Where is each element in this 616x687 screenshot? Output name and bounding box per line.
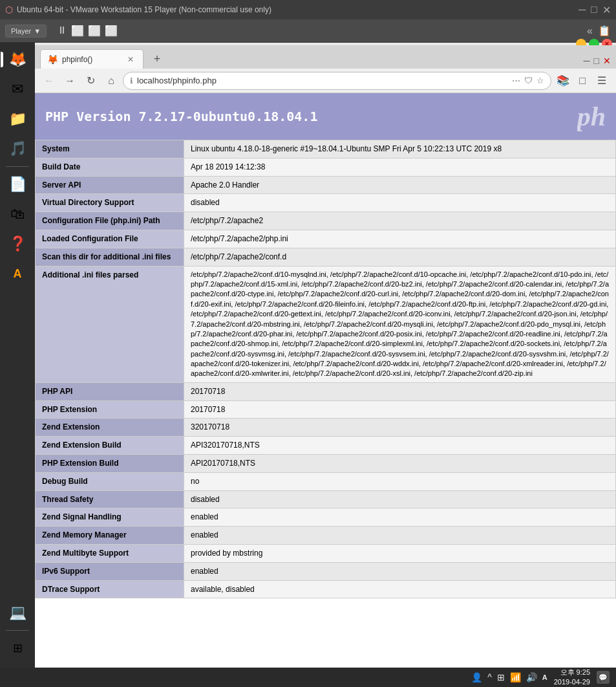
- dock-item-grid[interactable]: ⊞: [3, 634, 32, 662]
- pause-icon[interactable]: ⏸: [57, 25, 67, 37]
- table-cell-key: Loaded Configuration File: [36, 230, 184, 248]
- table-cell-key: Scan this dir for additional .ini files: [36, 248, 184, 266]
- taskbar-arrow-icon: ^: [487, 672, 492, 682]
- taskbar-system-icons: 👤 ^ ⊞ 📶 🔊 A: [471, 672, 547, 682]
- player-dropdown-icon: ▼: [34, 27, 41, 35]
- url-bar-icons: ⋯ 🛡 ☆: [512, 76, 544, 85]
- table-cell-value: Apache 2.0 Handler: [184, 176, 616, 194]
- table-cell-value: provided by mbstring: [184, 545, 616, 563]
- table-row: Build DateApr 18 2019 14:12:38: [36, 158, 616, 176]
- player-menu-button[interactable]: Player ▼: [5, 25, 47, 38]
- back-icon: ←: [44, 75, 54, 87]
- dock-item-libreoffice[interactable]: 📄: [3, 170, 32, 199]
- table-row: PHP Extension BuildAPI20170718,NTS: [36, 455, 616, 473]
- dock-bottom: 💻 ⊞: [3, 598, 32, 668]
- reload-button[interactable]: ↻: [81, 72, 100, 90]
- dock-item-mail[interactable]: ✉: [3, 75, 32, 104]
- url-more-icon[interactable]: ⋯: [512, 76, 520, 85]
- table-cell-value: enabled: [184, 527, 616, 545]
- table-row: IPv6 Supportenabled: [36, 562, 616, 580]
- table-cell-key: PHP Extension Build: [36, 455, 184, 473]
- dock-item-firefox[interactable]: 🦊: [3, 45, 32, 74]
- dock-item-music[interactable]: 🎵: [3, 135, 32, 163]
- table-cell-key: IPv6 Support: [36, 562, 184, 580]
- vmware-logo-icon: ⬡: [5, 5, 13, 15]
- firefox-navbar: ← → ↻ ⌂ ℹ localhost/phpinfo.php ⋯ 🛡 ☆ 📚 …: [35, 69, 616, 93]
- vmware-right-icon1[interactable]: «: [587, 25, 593, 37]
- player-label: Player: [11, 27, 31, 35]
- bookmark-icon[interactable]: 🛡: [524, 76, 533, 85]
- table-row: Scan this dir for additional .ini files/…: [36, 248, 616, 266]
- dock-item-help[interactable]: ❓: [3, 230, 32, 258]
- taskbar-clock[interactable]: 오후 9:25 2019-04-29: [554, 668, 590, 687]
- libreoffice-icon: 📄: [9, 176, 27, 193]
- table-row: Zend Extension320170718: [36, 419, 616, 437]
- table-cell-value: 20170718: [184, 382, 616, 400]
- vmware-toolbar-icons: ⏸ ⬜ ⬜ ⬜: [57, 25, 118, 37]
- firefox-tab-phpinfo[interactable]: 🦊 phpinfo() ✕: [40, 49, 143, 69]
- vmware-tool2-icon[interactable]: ⬜: [88, 25, 101, 37]
- table-cell-value: available, disabled: [184, 580, 616, 598]
- table-cell-key: Virtual Directory Support: [36, 194, 184, 212]
- table-cell-key: Thread Safety: [36, 490, 184, 508]
- vmware-tool3-icon[interactable]: ⬜: [105, 25, 118, 37]
- grid-icon: ⊞: [13, 641, 23, 655]
- dock-item-amazon[interactable]: A: [3, 259, 32, 288]
- amazon-icon: A: [14, 267, 22, 281]
- dock-item-software[interactable]: 🛍: [3, 200, 32, 228]
- table-cell-value: /etc/php/7.2/apache2/conf.d/10-mysqlnd.i…: [184, 266, 616, 382]
- table-row: PHP API20170718: [36, 382, 616, 400]
- home-button[interactable]: ⌂: [102, 72, 120, 90]
- dock-item-terminal[interactable]: 💻: [3, 598, 32, 627]
- taskbar-network-icon[interactable]: 📶: [510, 672, 521, 682]
- vmware-tool1-icon[interactable]: ⬜: [71, 25, 84, 37]
- dock-item-files[interactable]: 📁 Files: [3, 105, 32, 133]
- php-content: PHP Version 7.2.17-0ubuntu0.18.04.1 ph S…: [35, 93, 616, 668]
- forward-button[interactable]: →: [61, 72, 79, 90]
- firefox-window-minimize-icon[interactable]: ─: [584, 56, 590, 66]
- table-row: Server APIApache 2.0 Handler: [36, 176, 616, 194]
- synced-tabs-button[interactable]: 📚: [554, 72, 572, 90]
- ubuntu-taskbar: 👤 ^ ⊞ 📶 🔊 A 오후 9:25 2019-04-29 💬: [0, 668, 616, 687]
- php-info-table: SystemLinux ubuntu 4.18.0-18-generic #19…: [35, 140, 616, 598]
- taskbar-input-icon[interactable]: A: [542, 673, 547, 681]
- table-cell-key: Zend Extension Build: [36, 437, 184, 455]
- table-cell-value: /etc/php/7.2/apache2/conf.d: [184, 248, 616, 266]
- table-row: Configuration File (php.ini) Path/etc/ph…: [36, 212, 616, 230]
- taskbar-notification-button[interactable]: 💬: [597, 671, 610, 684]
- vmware-right-icon2[interactable]: 📋: [598, 25, 611, 37]
- taskbar-user-icon[interactable]: 👤: [471, 672, 482, 682]
- tab-close-button[interactable]: ✕: [125, 54, 136, 65]
- minimize-button[interactable]: ─: [579, 4, 586, 16]
- new-tab-button[interactable]: +: [147, 49, 167, 69]
- url-bar[interactable]: ℹ localhost/phpinfo.php ⋯ 🛡 ☆: [123, 72, 551, 90]
- table-cell-key: Zend Extension: [36, 419, 184, 437]
- firefox-window-restore-icon[interactable]: □: [594, 56, 599, 66]
- close-button[interactable]: ✕: [602, 4, 611, 16]
- star-icon[interactable]: ☆: [536, 76, 544, 85]
- terminal-icon: 💻: [9, 604, 27, 621]
- ubuntu-dock: 🦊 ✉ 📁 Files 🎵 📄 🛍 ❓ A 💻 ⊞: [0, 43, 35, 668]
- back-button[interactable]: ←: [40, 72, 58, 90]
- table-row: Loaded Configuration File/etc/php/7.2/ap…: [36, 230, 616, 248]
- firefox-window-close-icon[interactable]: ✕: [603, 56, 611, 66]
- table-cell-key: Additional .ini files parsed: [36, 266, 184, 382]
- maximize-button[interactable]: □: [591, 4, 597, 16]
- vmware-titlebar: ⬡ Ubuntu 64-bit - VMware Workstation 15 …: [0, 0, 616, 19]
- menu-button[interactable]: ☰: [593, 72, 611, 90]
- table-cell-value: API320170718,NTS: [184, 437, 616, 455]
- vmware-titlebar-left: ⬡ Ubuntu 64-bit - VMware Workstation 15 …: [5, 5, 271, 15]
- taskbar-sound-icon[interactable]: 🔊: [526, 672, 537, 682]
- php-logo: ph: [577, 101, 606, 132]
- reading-mode-button[interactable]: □: [573, 72, 591, 90]
- table-cell-value: Linux ubuntu 4.18.0-18-generic #19~18.04…: [184, 140, 616, 158]
- music-icon: 🎵: [9, 140, 27, 157]
- table-row: Additional .ini files parsed/etc/php/7.2…: [36, 266, 616, 382]
- table-cell-key: Zend Memory Manager: [36, 527, 184, 545]
- taskbar-display-icon[interactable]: ⊞: [497, 672, 505, 682]
- table-cell-key: Configuration File (php.ini) Path: [36, 212, 184, 230]
- nav-right-icons: 📚 □ ☰: [554, 72, 611, 90]
- taskbar-date: 2019-04-29: [554, 677, 590, 687]
- table-cell-value: enabled: [184, 508, 616, 527]
- firefox-tabbar: 🦊 phpinfo() ✕ + ─ □ ✕: [35, 45, 616, 69]
